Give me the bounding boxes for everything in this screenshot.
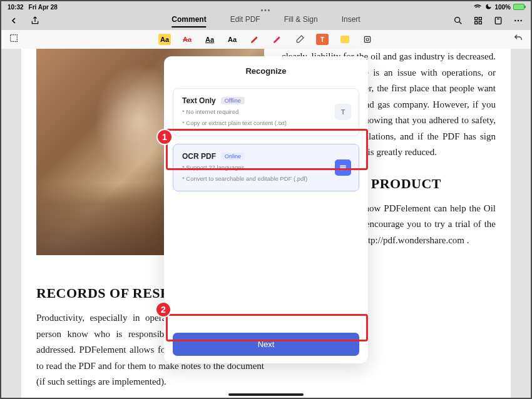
status-bar: 10:32 Fri Apr 28 ••• 100% — [1, 1, 531, 13]
share-button[interactable] — [30, 16, 40, 28]
more-button[interactable] — [513, 16, 523, 28]
tab-comment[interactable]: Comment — [171, 15, 206, 28]
svg-rect-9 — [11, 35, 18, 42]
text-icon: T — [335, 104, 351, 120]
svg-rect-3 — [475, 21, 478, 24]
highlight-tool[interactable]: Aa — [158, 34, 171, 45]
textbox-tool[interactable]: T — [316, 34, 329, 45]
status-date: Fri Apr 28 — [29, 4, 58, 11]
select-tool[interactable] — [9, 33, 19, 46]
back-button[interactable] — [9, 16, 19, 28]
recognize-modal: Recognize Text Only Offline * No interne… — [164, 56, 368, 363]
option-desc-line: * Convert to searchable and editable PDF… — [182, 174, 350, 183]
pen-tool-pink[interactable] — [271, 34, 284, 45]
svg-point-11 — [366, 38, 369, 41]
option-title: Text Only — [182, 96, 216, 105]
moon-icon — [485, 3, 492, 11]
svg-rect-10 — [364, 36, 370, 42]
option-ocr-pdf[interactable]: OCR PDF Online * Support 22 languages * … — [173, 144, 359, 192]
svg-rect-12 — [340, 165, 345, 166]
online-badge: Online — [221, 153, 245, 160]
option-desc-line: * Copy or extract plain text content (.t… — [182, 119, 350, 128]
svg-point-8 — [520, 19, 521, 21]
squiggly-tool[interactable]: Aa — [226, 34, 238, 45]
option-title: OCR PDF — [182, 152, 216, 161]
svg-point-0 — [455, 17, 460, 22]
tools-bar: Aa Aa Aa Aa T — [1, 30, 531, 49]
svg-rect-14 — [340, 169, 344, 170]
top-tabs-bar: Comment Edit PDF Fill & Sign Insert — [1, 13, 531, 30]
battery-icon — [513, 4, 524, 10]
eraser-tool[interactable] — [294, 34, 306, 45]
svg-rect-5 — [495, 17, 501, 24]
search-button[interactable] — [453, 16, 463, 28]
bookmark-button[interactable] — [493, 16, 503, 28]
grid-button[interactable] — [473, 16, 483, 28]
wifi-icon — [473, 1, 483, 13]
tab-edit-pdf[interactable]: Edit PDF — [230, 15, 260, 28]
tab-insert[interactable]: Insert — [342, 15, 361, 28]
offline-badge: Offline — [221, 97, 245, 104]
home-indicator[interactable] — [228, 393, 304, 396]
battery-percent: 100% — [494, 4, 511, 11]
modal-title: Recognize — [164, 66, 368, 76]
option-text-only[interactable]: Text Only Offline * No internet required… — [173, 88, 359, 136]
pen-tool-red[interactable] — [248, 34, 261, 45]
svg-point-7 — [518, 19, 519, 21]
tab-fill-sign[interactable]: Fill & Sign — [284, 15, 318, 28]
status-time: 10:32 — [8, 4, 24, 11]
pdf-icon — [335, 159, 351, 176]
svg-rect-13 — [340, 167, 345, 168]
svg-rect-2 — [479, 17, 481, 19]
next-button[interactable]: Next — [173, 333, 359, 356]
sticky-note-tool[interactable] — [339, 34, 351, 45]
svg-rect-4 — [479, 21, 481, 24]
option-desc-line: * No internet required — [182, 108, 350, 116]
svg-point-6 — [514, 19, 516, 21]
stamp-tool[interactable] — [361, 34, 374, 45]
underline-tool[interactable]: Aa — [203, 34, 216, 45]
undo-button[interactable] — [513, 33, 523, 46]
option-desc-line: * Support 22 languages — [182, 163, 350, 172]
strikethrough-tool[interactable]: Aa — [181, 34, 193, 45]
svg-rect-1 — [475, 17, 478, 19]
